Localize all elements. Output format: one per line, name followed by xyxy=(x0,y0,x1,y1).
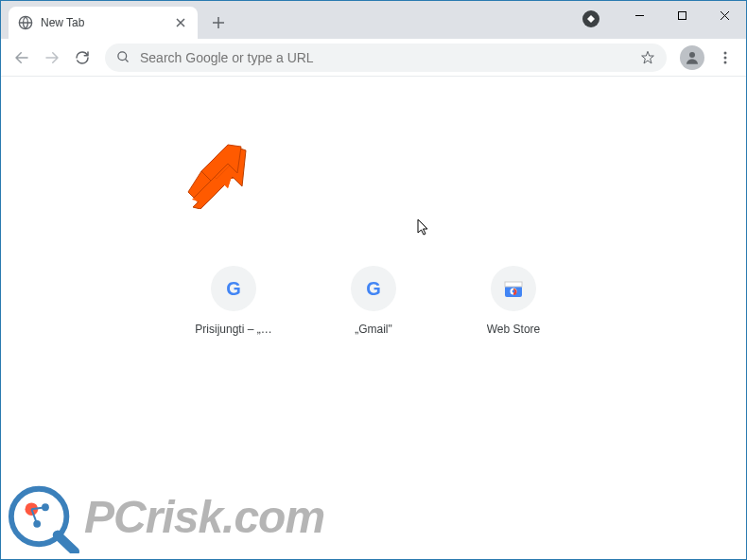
svg-line-19 xyxy=(58,535,76,552)
watermark-text: PCrisk.com xyxy=(84,491,324,543)
shortcut-icon: G xyxy=(211,266,256,311)
bookmark-star-icon[interactable] xyxy=(640,50,655,65)
google-logo-icon: G xyxy=(366,278,381,300)
shortcut-label: Web Store xyxy=(487,323,540,336)
cursor-icon xyxy=(417,219,432,237)
shortcut-item[interactable]: G „Gmail" xyxy=(321,266,426,336)
svg-point-4 xyxy=(724,51,727,54)
svg-marker-14 xyxy=(207,149,237,179)
menu-button[interactable] xyxy=(712,44,738,71)
tab-title: New Tab xyxy=(41,16,173,29)
svg-point-6 xyxy=(724,61,727,63)
svg-rect-8 xyxy=(505,282,522,287)
watermark-logo-icon xyxy=(7,480,80,553)
watermark: PCrisk.com xyxy=(7,480,324,553)
toolbar xyxy=(1,39,746,77)
maximize-button[interactable] xyxy=(661,1,704,29)
globe-icon xyxy=(18,15,33,30)
shortcut-icon: G xyxy=(351,266,396,311)
svg-point-5 xyxy=(724,56,727,59)
back-button[interactable] xyxy=(9,44,35,71)
browser-tab[interactable]: New Tab xyxy=(9,7,198,39)
address-bar[interactable] xyxy=(105,44,667,72)
shortcut-icon xyxy=(491,266,536,311)
extension-badge-icon[interactable] xyxy=(582,10,599,27)
shortcuts-row: G Prisijungti – „… G „Gmail" Web St xyxy=(182,266,565,336)
svg-marker-13 xyxy=(220,149,239,188)
titlebar: New Tab xyxy=(1,1,746,39)
minimize-button[interactable] xyxy=(618,1,661,29)
svg-marker-15 xyxy=(190,147,234,200)
reload-button[interactable] xyxy=(69,44,96,71)
annotation-arrow-icon xyxy=(188,145,245,201)
svg-marker-16 xyxy=(201,145,241,181)
url-input[interactable] xyxy=(140,50,640,65)
svg-point-2 xyxy=(118,52,127,61)
svg-point-3 xyxy=(689,52,695,58)
svg-marker-12 xyxy=(192,149,239,201)
profile-avatar[interactable] xyxy=(680,45,704,70)
annotation-arrow-icon xyxy=(186,143,249,205)
google-logo-icon: G xyxy=(226,278,241,300)
shortcut-item[interactable]: Web Store xyxy=(461,266,565,336)
close-window-button[interactable] xyxy=(704,1,746,29)
window-controls xyxy=(618,1,746,29)
close-tab-icon[interactable] xyxy=(173,15,188,30)
webstore-icon xyxy=(502,277,525,300)
new-tab-button[interactable] xyxy=(205,9,232,36)
shortcut-label: „Gmail" xyxy=(355,323,392,336)
shortcut-item[interactable]: G Prisijungti – „… xyxy=(182,266,286,336)
search-icon xyxy=(116,50,130,64)
svg-marker-11 xyxy=(193,147,246,209)
annotation-arrow-icon xyxy=(185,143,252,209)
svg-marker-17 xyxy=(188,171,211,198)
forward-button[interactable] xyxy=(39,44,65,71)
svg-rect-1 xyxy=(679,11,686,19)
svg-point-10 xyxy=(512,290,515,293)
shortcut-label: Prisijungti – „… xyxy=(195,323,271,336)
page-content: G Prisijungti – „… G „Gmail" Web St xyxy=(1,77,746,559)
